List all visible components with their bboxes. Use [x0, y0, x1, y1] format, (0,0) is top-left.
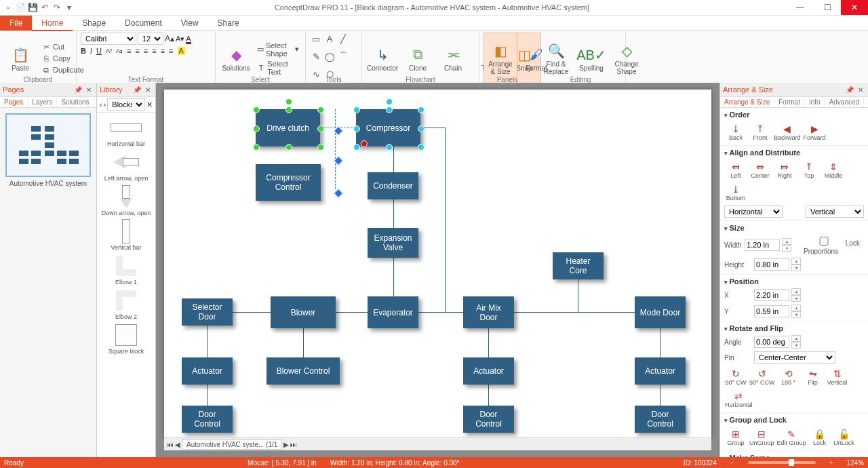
- titlebar: ▫ 📄 💾 ↶ ↷ ▾ ConceptDraw PRO 11 - [Block …: [0, 0, 868, 16]
- align-left-icon[interactable]: ≡: [127, 47, 131, 55]
- arrange-icon: ◧: [491, 41, 510, 60]
- change-shape-icon: ◇: [617, 41, 636, 60]
- find-icon: 🔍: [547, 41, 566, 60]
- arrange-panel: Arrange & Size📌✕ Arrange & Size Format I…: [719, 83, 868, 85]
- menu-bar: File Home Shape Document View Share: [0, 16, 868, 31]
- pages-panel: Pages📌✕ Pages Layers Solutions Automotiv…: [0, 83, 97, 85]
- select-shape-icon: ▭: [257, 45, 264, 54]
- open-file-icon[interactable]: 📄: [15, 2, 26, 13]
- tab-shape[interactable]: Shape: [73, 16, 115, 31]
- align-right-icon[interactable]: ≡: [144, 47, 148, 55]
- canvas-area[interactable]: Drive clutchCompressorCompressor Control…: [156, 83, 719, 85]
- quick-access-toolbar: ▫ 📄 💾 ↶ ↷ ▾: [0, 2, 77, 13]
- spelling-icon: AB✓: [582, 45, 601, 64]
- select-text-button[interactable]: TSelect Text: [255, 59, 301, 77]
- ribbon: 📋Paste ✂Cut ⎘Copy ⧉Duplicate Clipboard C…: [0, 31, 868, 85]
- close-button[interactable]: ✕: [841, 0, 868, 15]
- underline-button[interactable]: U: [96, 47, 102, 55]
- tool-pencil-icon[interactable]: ✎: [310, 50, 322, 62]
- subscript-icon[interactable]: A₂: [116, 47, 123, 54]
- select-shape-button[interactable]: ▭Select Shape▾: [255, 41, 301, 58]
- file-tab[interactable]: File: [0, 16, 32, 31]
- save-icon[interactable]: 💾: [27, 2, 38, 13]
- window-title: ConceptDraw PRO 11 - [Block diagram - Au…: [77, 3, 787, 12]
- increase-font-icon[interactable]: A▴: [165, 34, 174, 43]
- italic-button[interactable]: I: [90, 47, 92, 55]
- cut-icon: ✂: [41, 42, 51, 52]
- tool-ellipse-icon[interactable]: ◯: [323, 50, 336, 62]
- font-color-icon[interactable]: A: [186, 35, 191, 43]
- tool-arc-icon[interactable]: ⌒: [337, 50, 349, 62]
- valign-bot-icon[interactable]: ≡: [169, 47, 173, 55]
- decrease-font-icon[interactable]: A▾: [176, 35, 184, 43]
- minimize-button[interactable]: —: [787, 0, 814, 15]
- tab-view[interactable]: View: [172, 16, 208, 31]
- tool-rect-icon[interactable]: ▭: [310, 33, 322, 45]
- tool-line-icon[interactable]: ╱: [337, 33, 349, 45]
- qat-dropdown-icon[interactable]: ▾: [64, 2, 75, 13]
- new-file-icon[interactable]: ▫: [3, 2, 14, 13]
- valign-top-icon[interactable]: ≡: [152, 47, 156, 55]
- superscript-icon[interactable]: A²: [106, 47, 112, 54]
- tab-home[interactable]: Home: [32, 16, 73, 31]
- tab-share[interactable]: Share: [208, 16, 249, 31]
- solutions-icon: ◆: [226, 45, 245, 64]
- copy-icon: ⎘: [41, 54, 51, 63]
- select-text-icon: T: [257, 63, 265, 73]
- highlight-icon[interactable]: A: [178, 47, 185, 55]
- tool-text-icon[interactable]: A: [323, 33, 336, 45]
- undo-icon[interactable]: ↶: [39, 2, 50, 13]
- tab-document[interactable]: Document: [115, 16, 172, 31]
- font-size-select[interactable]: 12: [138, 33, 163, 45]
- chain-icon: ⫘: [443, 45, 462, 64]
- font-select[interactable]: Calibri: [81, 33, 136, 45]
- duplicate-icon: ⧉: [41, 65, 51, 75]
- clone-icon: ⧉: [408, 45, 427, 64]
- bold-button[interactable]: B: [81, 47, 86, 55]
- paste-icon: 📋: [11, 45, 30, 64]
- valign-mid-icon[interactable]: ≡: [161, 47, 165, 55]
- align-center-icon[interactable]: ≡: [135, 47, 139, 55]
- redo-icon[interactable]: ↷: [52, 2, 62, 13]
- library-panel: Library📌✕ ‹›Blocks r...✕ Horizontal barL…: [97, 83, 156, 85]
- connector-icon: ↳: [373, 45, 392, 64]
- maximize-button[interactable]: ☐: [814, 0, 841, 15]
